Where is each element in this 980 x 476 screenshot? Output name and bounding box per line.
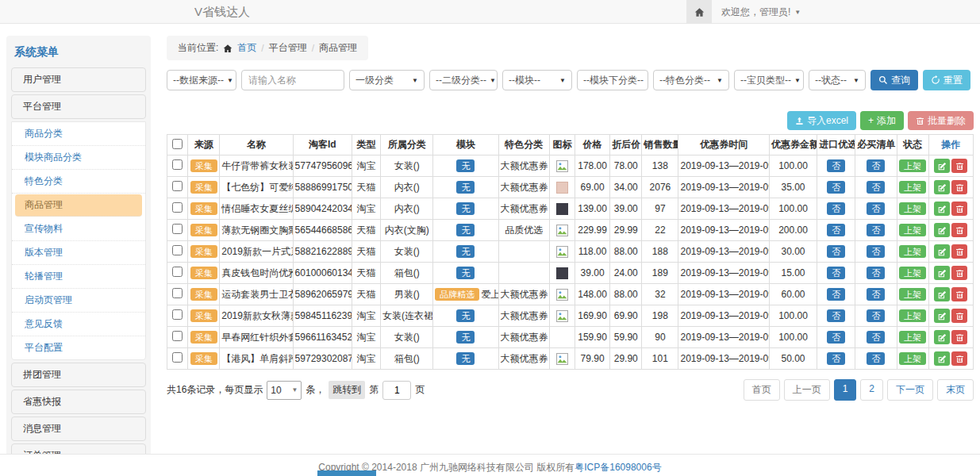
sidebar-item-feedback[interactable]: 意见反馈 [12,313,145,336]
edit-button[interactable] [934,287,950,301]
row-checkbox[interactable] [172,288,183,298]
row-checkbox[interactable] [172,159,183,170]
delete-button[interactable] [951,244,967,259]
import-select-toggle[interactable]: 否 [827,181,845,194]
status-toggle[interactable]: 上架 [899,181,926,194]
must-buy-toggle[interactable]: 否 [867,309,885,322]
import-select-toggle[interactable]: 否 [827,245,845,258]
next-page-button[interactable]: 下一页 [887,379,933,401]
must-buy-toggle[interactable]: 否 [867,245,885,258]
must-buy-toggle[interactable]: 否 [867,331,885,344]
status-select[interactable]: --状态--▼ [809,70,866,90]
sidebar-item-platform-mgmt[interactable]: 平台管理 [11,94,146,119]
delete-button[interactable] [951,330,967,344]
status-toggle[interactable]: 上架 [899,202,926,215]
row-checkbox[interactable] [172,245,183,255]
level2-category-select[interactable]: --二级分类--▼ [429,70,498,90]
batch-delete-button[interactable]: 批量删除 [908,111,974,130]
status-toggle[interactable]: 上架 [899,245,926,258]
sidebar-item-platform-config[interactable]: 平台配置 [12,336,145,359]
status-toggle[interactable]: 上架 [899,331,926,344]
feature-category-select[interactable]: --特色分类--▼ [653,70,729,90]
delete-button[interactable] [951,266,967,280]
page-number-input[interactable] [382,381,411,400]
jump-button[interactable]: 跳转到 [329,381,365,399]
import-excel-button[interactable]: 导入excel [787,111,856,130]
reset-button[interactable]: 重置 [923,70,970,90]
must-buy-toggle[interactable]: 否 [867,288,885,301]
edit-button[interactable] [934,202,950,216]
level1-category-select[interactable]: 一级分类▼ [349,70,425,90]
data-source-select[interactable]: --数据来源--▼ [167,70,236,90]
user-menu[interactable]: 欢迎您，管理员! ▼ [712,6,810,19]
delete-button[interactable] [951,223,967,237]
delete-button[interactable] [951,202,967,216]
select-all-checkbox[interactable] [172,139,183,149]
must-buy-toggle[interactable]: 否 [867,352,885,365]
sidebar-item-goods-mgmt[interactable]: 商品管理 [15,194,142,217]
name-search-input[interactable] [241,70,344,90]
module-select[interactable]: --模块--▼ [502,70,572,90]
must-buy-toggle[interactable]: 否 [867,202,885,215]
row-checkbox[interactable] [172,352,183,363]
row-checkbox[interactable] [172,181,183,191]
import-select-toggle[interactable]: 否 [827,202,845,215]
icp-link[interactable]: 粤ICP备16098006号 [575,462,661,473]
breadcrumb-home-link[interactable]: 首页 [237,41,256,55]
status-toggle[interactable]: 上架 [899,352,926,365]
search-button[interactable]: 查询 [870,70,918,90]
add-button[interactable]: + 添加 [860,111,904,130]
delete-button[interactable] [951,287,967,301]
sidebar-item-goods-category[interactable]: 商品分类 [12,122,145,146]
row-checkbox[interactable] [172,267,183,277]
row-checkbox[interactable] [172,331,183,341]
sidebar-item-message-mgmt[interactable]: 消息管理 [11,416,146,441]
sidebar-item-user-mgmt[interactable]: 用户管理 [11,67,146,92]
edit-button[interactable] [934,223,950,237]
sidebar-item-splash-mgmt[interactable]: 启动页管理 [12,289,145,313]
import-select-toggle[interactable]: 否 [827,224,845,236]
prev-page-button[interactable]: 上一页 [784,379,830,401]
import-select-toggle[interactable]: 否 [827,331,845,344]
row-checkbox[interactable] [172,309,183,320]
import-select-toggle[interactable]: 否 [827,159,845,172]
must-buy-toggle[interactable]: 否 [867,267,885,279]
first-page-button[interactable]: 首页 [744,379,780,401]
edit-button[interactable] [934,351,950,366]
page-2-button[interactable]: 2 [860,379,883,401]
sidebar-item-group-buy-mgmt[interactable]: 拼团管理 [11,363,146,387]
must-buy-toggle[interactable]: 否 [867,159,885,172]
last-page-button[interactable]: 末页 [937,379,974,401]
edit-button[interactable] [934,159,950,173]
edit-button[interactable] [934,266,950,280]
delete-button[interactable] [951,351,967,366]
must-buy-toggle[interactable]: 否 [867,181,885,194]
sidebar-item-express-news[interactable]: 省惠快报 [11,390,146,414]
edit-button[interactable] [934,244,950,259]
edit-button[interactable] [934,330,950,344]
edit-button[interactable] [934,309,950,323]
must-buy-toggle[interactable]: 否 [867,224,885,236]
sidebar-item-carousel-mgmt[interactable]: 轮播管理 [12,265,145,289]
sidebar-item-module-goods-category[interactable]: 模块商品分类 [12,146,145,170]
sidebar-item-version-mgmt[interactable]: 版本管理 [12,241,145,265]
delete-button[interactable] [951,159,967,173]
status-toggle[interactable]: 上架 [899,224,926,236]
home-button[interactable] [686,0,712,24]
page-1-button[interactable]: 1 [834,379,857,401]
edit-button[interactable] [934,180,950,194]
import-select-toggle[interactable]: 否 [827,352,845,365]
per-page-select[interactable]: 10 ▼ [267,381,302,400]
status-toggle[interactable]: 上架 [899,267,926,279]
import-select-toggle[interactable]: 否 [827,267,845,279]
import-select-toggle[interactable]: 否 [827,288,845,301]
status-toggle[interactable]: 上架 [899,288,926,301]
row-checkbox[interactable] [172,202,183,213]
status-toggle[interactable]: 上架 [899,309,926,322]
item-type-select[interactable]: --宝贝类型--▼ [734,70,804,90]
module-subcategory-select[interactable]: --模块下分类--▼ [577,70,648,90]
import-select-toggle[interactable]: 否 [827,309,845,322]
status-toggle[interactable]: 上架 [899,159,926,172]
row-checkbox[interactable] [172,224,183,234]
sidebar-item-promo-material[interactable]: 宣传物料 [12,217,145,241]
